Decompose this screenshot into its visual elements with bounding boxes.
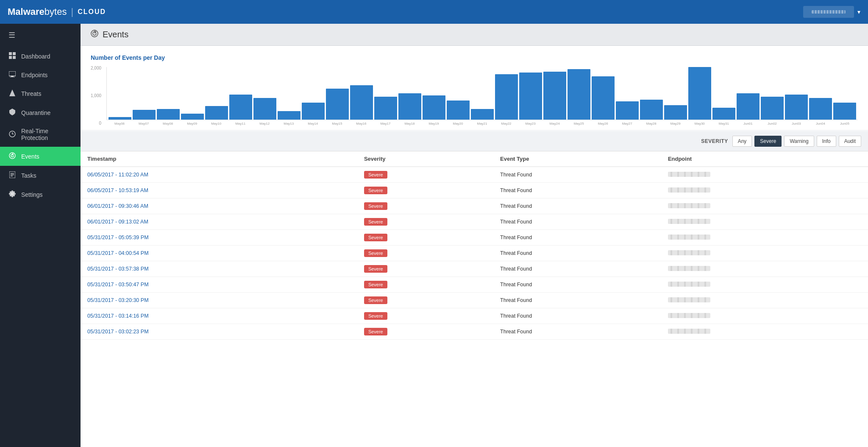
cell-endpoint (661, 167, 868, 183)
svg-rect-3 (13, 56, 16, 59)
timestamp-link[interactable]: 06/05/2017 - 10:53:19 AM (87, 187, 148, 193)
table-toolbar: SEVERITY Any Severe Warning Info Audit (81, 131, 868, 151)
chart-bar-label: May29 (664, 122, 687, 126)
cell-endpoint (661, 324, 868, 340)
user-dropdown-icon[interactable]: ▾ (857, 8, 860, 15)
endpoint-redacted (668, 187, 710, 193)
severity-info-button[interactable]: Info (817, 136, 836, 147)
timestamp-link[interactable]: 05/31/2017 - 03:20:30 PM (87, 297, 149, 303)
sidebar-item-label: Tasks (21, 172, 36, 179)
chart-bar (447, 101, 470, 120)
sidebar-item-dashboard[interactable]: Dashboard (0, 47, 81, 66)
logo-text: Malwarebytes (8, 6, 67, 17)
chart-bar-label: May06 (108, 122, 131, 126)
chart-bar-label: May25 (568, 122, 590, 126)
cell-timestamp: 05/31/2017 - 03:50:47 PM (81, 277, 357, 293)
chart-bar-label: May21 (471, 122, 494, 126)
page-header: Events (81, 24, 868, 46)
sidebar-item-quarantine[interactable]: Quarantine (0, 103, 81, 122)
chart-bar (302, 103, 325, 120)
timestamp-link[interactable]: 06/01/2017 - 09:13:02 AM (87, 219, 148, 225)
cell-severity: Severe (357, 167, 493, 183)
chart-bar (543, 72, 566, 120)
timestamp-link[interactable]: 05/31/2017 - 04:00:54 PM (87, 250, 149, 256)
chart-bar-label: Jun01 (737, 122, 760, 126)
chart-bar (785, 95, 808, 120)
topbar: Malwarebytes | CLOUD ▾ (0, 0, 868, 24)
menu-toggle-button[interactable]: ☰ (0, 24, 81, 47)
cell-severity: Severe (357, 293, 493, 308)
settings-icon (8, 190, 16, 198)
sidebar-item-label: Dashboard (21, 53, 50, 60)
cell-endpoint (661, 293, 868, 308)
timestamp-link[interactable]: 05/31/2017 - 03:50:47 PM (87, 282, 149, 288)
chart-bar (398, 93, 421, 120)
chart-bar-label: May09 (181, 122, 203, 126)
sidebar-item-endpoints[interactable]: Endpoints (0, 66, 81, 84)
severity-any-button[interactable]: Any (732, 136, 752, 147)
cell-severity: Severe (357, 324, 493, 340)
timestamp-link[interactable]: 05/31/2017 - 03:57:38 PM (87, 266, 149, 272)
sidebar-item-tasks[interactable]: Tasks (0, 166, 81, 185)
dashboard-icon (8, 52, 16, 60)
chart-bar-label: May14 (301, 122, 324, 126)
endpoint-redacted (668, 172, 710, 177)
chart-bar (688, 67, 711, 120)
sidebar-item-settings[interactable]: Settings (0, 185, 81, 204)
chart-bar (326, 89, 349, 120)
page-title: Events (103, 30, 128, 39)
cell-severity: Severe (357, 230, 493, 246)
severity-severe-button[interactable]: Severe (754, 136, 782, 147)
chart-bar (423, 95, 445, 120)
severity-badge: Severe (364, 187, 387, 194)
table-section: SEVERITY Any Severe Warning Info Audit T… (81, 131, 868, 447)
endpoint-redacted (668, 203, 710, 208)
table-row: 05/31/2017 - 03:50:47 PMSevereThreat Fou… (81, 277, 868, 293)
cell-event-type: Threat Found (493, 183, 661, 198)
sidebar-item-threats[interactable]: Threats (0, 84, 81, 103)
chart-bar-label: May15 (326, 122, 348, 126)
timestamp-link[interactable]: 05/31/2017 - 03:14:16 PM (87, 313, 149, 319)
sidebar-item-realtime[interactable]: Real-Time Protection (0, 122, 81, 147)
chart-bar (253, 98, 276, 120)
svg-rect-2 (9, 56, 12, 59)
severity-badge: Severe (364, 296, 387, 304)
main-layout: ☰ Dashboard Endpoints Threats Quarantine (0, 24, 868, 447)
timestamp-link[interactable]: 05/31/2017 - 05:05:39 PM (87, 235, 149, 240)
chart-bar (616, 101, 639, 120)
col-severity: Severity (357, 151, 493, 167)
y-label-2000: 2,000 (91, 66, 101, 70)
cell-event-type: Threat Found (493, 214, 661, 230)
cell-event-type: Threat Found (493, 293, 661, 308)
chart-bar-label: May08 (156, 122, 179, 126)
cell-timestamp: 05/31/2017 - 03:20:30 PM (81, 293, 357, 308)
table-row: 06/01/2017 - 09:30:46 AMSevereThreat Fou… (81, 198, 868, 214)
endpoint-redacted (668, 266, 710, 271)
col-endpoint: Endpoint (661, 151, 868, 167)
severity-audit-button[interactable]: Audit (839, 136, 861, 147)
cell-severity: Severe (357, 261, 493, 277)
timestamp-link[interactable]: 05/31/2017 - 03:02:23 PM (87, 329, 149, 335)
cell-event-type: Threat Found (493, 308, 661, 324)
chart-bar (108, 117, 131, 120)
chart-bar (350, 85, 373, 120)
severity-warning-button[interactable]: Warning (784, 136, 814, 147)
cell-severity: Severe (357, 183, 493, 198)
chart-bar-label: May28 (640, 122, 663, 126)
endpoint-redacted (668, 313, 710, 318)
severity-badge: Severe (364, 202, 387, 210)
timestamp-link[interactable]: 06/01/2017 - 09:30:46 AM (87, 203, 148, 209)
user-menu[interactable] (803, 6, 854, 18)
chart-bar (374, 97, 397, 120)
cell-severity: Severe (357, 214, 493, 230)
chart-bar (809, 98, 832, 120)
chart-labels: May06May07May08May09May10May11May12May13… (106, 120, 858, 126)
sidebar-item-label: Events (21, 153, 39, 160)
chart-title: Number of Events per Day (91, 54, 858, 61)
timestamp-link[interactable]: 06/05/2017 - 11:02:20 AM (87, 172, 148, 178)
page-header-icon (91, 30, 98, 39)
cell-endpoint (661, 246, 868, 261)
sidebar-item-events[interactable]: Events (0, 147, 81, 166)
cell-timestamp: 06/01/2017 - 09:13:02 AM (81, 214, 357, 230)
chart-bar (519, 73, 542, 120)
